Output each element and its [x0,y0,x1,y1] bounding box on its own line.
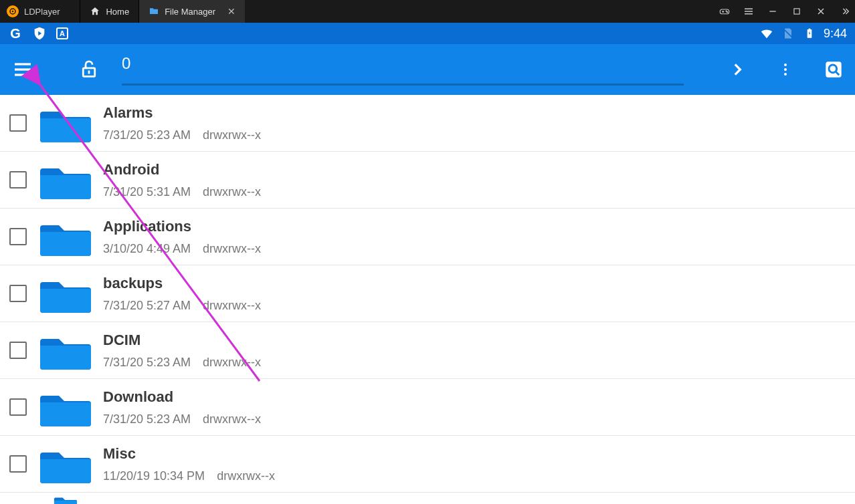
file-date: 7/31/20 5:23 AM [103,412,191,426]
file-date: 7/31/20 5:23 AM [103,128,191,142]
path-underline [122,84,684,86]
folder-icon [40,494,91,505]
file-permissions: drwxrwx--x [203,299,261,313]
file-row[interactable]: DCIM 7/31/20 5:23 AM drwxrwx--x [0,322,855,379]
file-permissions: drwxrwx--x [203,242,261,256]
file-name: Alarms [103,104,261,122]
android-statusbar: G A 9:44 [0,23,855,44]
home-icon [90,6,100,17]
checkbox[interactable] [9,285,27,302]
file-row[interactable]: Android 7/31/20 5:31 AM drwxrwx--x [0,152,855,209]
file-row[interactable] [0,493,855,504]
window-titlebar: LDPlayer Home File Manager ✕ [0,0,855,23]
file-permissions: drwxrwx--x [203,412,261,426]
shield-play-icon [32,26,47,41]
close-button[interactable] [815,5,827,17]
file-name: DCIM [103,332,261,349]
hamburger-menu-button[interactable] [12,59,33,80]
file-permissions: drwxrwx--x [203,356,261,370]
folder-icon [149,6,159,17]
file-date: 3/10/20 4:49 AM [103,242,191,256]
svg-rect-16 [809,29,811,29]
file-date: 7/31/20 5:31 AM [103,185,191,199]
checkbox[interactable] [9,228,27,245]
ldplayer-logo [7,5,19,17]
svg-point-24 [784,73,787,76]
a-badge-icon: A [56,27,68,39]
file-row[interactable]: Misc 11/20/19 10:34 PM drwxrwx--x [0,436,855,493]
google-g-icon: G [8,26,23,41]
file-name: Download [103,388,261,406]
file-name: Android [103,161,261,178]
folder-icon [40,445,91,483]
file-name: Applications [103,218,261,235]
more-button[interactable] [839,5,851,17]
folder-icon [40,104,91,142]
wifi-icon [759,26,774,41]
checkbox[interactable] [9,342,27,359]
file-list[interactable]: Alarms 7/31/20 5:23 AM drwxrwx--x Androi… [0,95,855,504]
file-row[interactable]: Alarms 7/31/20 5:23 AM drwxrwx--x [0,95,855,152]
tab-home-label: Home [106,7,129,17]
tab-home[interactable]: Home [80,0,138,23]
maximize-button[interactable] [791,5,803,17]
app-name: LDPlayer [24,7,60,17]
folder-icon [40,331,91,370]
statusbar-time: 9:44 [824,27,847,41]
file-row[interactable]: Download 7/31/20 5:23 AM drwxrwx--x [0,379,855,436]
file-name: Misc [103,445,275,463]
folder-icon [40,274,91,313]
svg-point-23 [784,68,787,71]
app-toolbar: 0 [0,44,855,95]
overflow-menu-button[interactable] [776,60,795,79]
path-field[interactable]: 0 [122,44,708,95]
forward-button[interactable] [728,60,747,79]
checkbox[interactable] [9,398,27,416]
menu-lines-icon[interactable] [743,5,755,17]
search-button[interactable] [824,60,843,79]
file-row[interactable]: backups 7/31/20 5:27 AM drwxrwx--x [0,265,855,322]
file-row[interactable]: Applications 3/10/20 4:49 AM drwxrwx--x [0,209,855,265]
file-date: 7/31/20 5:27 AM [103,299,191,313]
folder-icon [40,160,91,199]
file-date: 11/20/19 10:34 PM [103,469,205,483]
svg-point-5 [726,11,727,11]
svg-point-1 [12,11,13,12]
folder-icon [40,217,91,256]
file-name: backups [103,275,261,292]
file-permissions: drwxrwx--x [217,469,275,483]
file-permissions: drwxrwx--x [203,128,261,142]
folder-icon [40,388,91,426]
tab-file-manager-label: File Manager [165,7,215,17]
lock-open-button[interactable] [79,59,100,80]
tab-close-button[interactable]: ✕ [227,6,235,17]
gamepad-icon[interactable] [719,5,731,17]
file-permissions: drwxrwx--x [203,185,261,199]
minimize-button[interactable] [767,5,779,17]
svg-point-6 [727,12,728,13]
tab-file-manager[interactable]: File Manager ✕ [138,0,245,23]
svg-point-22 [784,64,787,66]
no-sim-icon [781,26,795,41]
path-text: 0 [122,54,708,73]
svg-rect-11 [794,9,799,14]
battery-charging-icon [802,26,817,41]
checkbox[interactable] [9,455,27,473]
checkbox[interactable] [9,171,27,188]
file-date: 7/31/20 5:23 AM [103,356,191,370]
checkbox[interactable] [9,114,27,132]
